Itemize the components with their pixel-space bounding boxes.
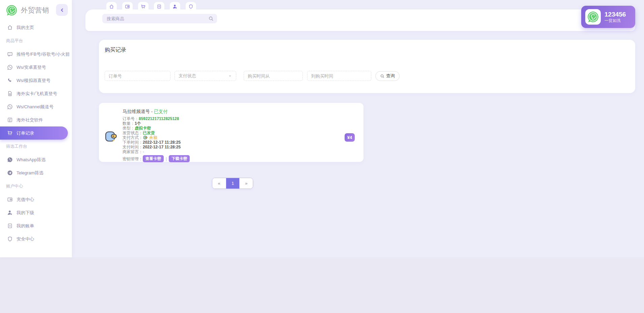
pagination-next-button[interactable]: » (239, 178, 253, 189)
search-icon (380, 74, 384, 78)
sidebar-section-title: 筛选工作台 (0, 140, 72, 153)
purchase-records-card: 购买记录 支付状态 查询 (99, 40, 635, 93)
sidebar-collapse-button[interactable] (56, 4, 68, 16)
time-from-input[interactable] (244, 71, 303, 81)
tab-person-star[interactable] (170, 2, 180, 11)
query-button-label: 查询 (386, 73, 395, 79)
tab-bill[interactable] (154, 2, 164, 11)
home-icon (109, 4, 114, 9)
detail-value: 2022-12-17 11:28:25 (143, 140, 181, 145)
order-title: 马拉维频道号 - 已支付 (123, 109, 190, 115)
sidebar-section-title: 商品平台 (0, 34, 72, 48)
tab-shield[interactable] (186, 2, 196, 11)
sidebar-item-home-0[interactable]: 我的主页 (0, 21, 72, 34)
sidebar-menu: 我的主页商品平台推特号/FB号/谷歌号/小火箭Ws/安卓直登号Ws/模拟器直登号… (0, 20, 72, 246)
search-icon[interactable] (208, 16, 214, 21)
sidebar-section-title: 账户中心 (0, 179, 72, 193)
key-management-row: 密钥管理： 查看卡密 | 下载卡密 (123, 155, 190, 162)
key-management-label: 密钥管理： (123, 156, 143, 161)
cart-icon (7, 130, 13, 136)
detail-value: 已发货 (143, 131, 155, 135)
quick-access-tabs (106, 2, 196, 11)
order-detail-row: 类型：虚拟卡密 (123, 126, 190, 131)
tab-cart[interactable] (138, 2, 149, 11)
product-thumbnail-wallet-icon (104, 130, 118, 143)
sidebar-item-label: 海外实卡/飞机直登号 (17, 91, 57, 97)
order-no-input[interactable] (105, 71, 170, 81)
order-detail-row: 支付时间：2022-12-17 11:28:25 (123, 145, 190, 149)
order-detail-row: 订单号：859221217112825128 (123, 116, 190, 121)
tab-home[interactable] (106, 2, 117, 11)
card-icon (7, 197, 13, 202)
sidebar-item-telegram-filled-11[interactable]: Telegram筛选 (0, 166, 72, 179)
avatar (585, 9, 601, 25)
tab-card[interactable] (122, 2, 133, 11)
detail-label: 订单号： (123, 116, 139, 121)
sidebar-item-sim-5[interactable]: 海外实卡/飞机直登号 (0, 87, 72, 100)
sidebar-item-shield-16[interactable]: 安全中心 (0, 232, 72, 246)
detail-label: 商家留言： (123, 149, 143, 154)
sim-icon (7, 91, 13, 96)
person-star-icon (172, 4, 178, 9)
query-button[interactable]: 查询 (375, 71, 400, 81)
sidebar-item-phone-4[interactable]: Ws/模拟器直登号 (0, 74, 72, 87)
sidebar-item-label: 我的下级 (17, 210, 34, 216)
pagination-page-1-button[interactable]: 1 (226, 178, 239, 189)
sidebar-item-label: 我的主页 (17, 25, 34, 31)
price-badge: ¥4 (345, 133, 355, 142)
app-root: 外贸营销 我的主页商品平台推特号/FB号/谷歌号/小火箭Ws/安卓直登号Ws/模… (0, 0, 644, 257)
product-name: 马拉维频道号 (123, 109, 150, 114)
sidebar-item-whatsapp-3[interactable]: Ws/安卓直登号 (0, 61, 72, 74)
sidebar-item-label: 海外社交软件 (17, 117, 43, 123)
sidebar-item-label: Telegram筛选 (17, 170, 43, 176)
detail-value: 859221217112825128 (139, 116, 179, 121)
person-star-icon (7, 210, 13, 216)
sidebar-item-label: WhatsApp筛选 (17, 157, 46, 163)
sidebar-item-label: Ws/模拟器直登号 (17, 78, 50, 84)
topbar (85, 9, 635, 31)
search-box (102, 14, 217, 23)
order-card: 马拉维频道号 - 已支付 订单号：859221217112825128数量：1个… (99, 103, 364, 162)
bill-icon (7, 223, 13, 229)
sidebar-item-whatsapp-6[interactable]: Ws/Channel频道号 (0, 100, 72, 113)
detail-value: 1个 (135, 121, 141, 126)
order-details: 马拉维频道号 - 已支付 订单号：859221217112825128数量：1个… (123, 109, 190, 162)
bill-icon (157, 4, 162, 9)
sidebar-item-card-13[interactable]: 充值中心 (0, 193, 72, 206)
whatsapp-icon (7, 64, 13, 70)
user-id: 123456 (605, 11, 626, 18)
pagination-prev-button[interactable]: « (212, 178, 226, 189)
key-button-separator: | (166, 156, 167, 161)
detail-label: 支付方式： (123, 135, 143, 140)
sidebar-item-whatsapp-filled-10[interactable]: WhatsApp筛选 (0, 153, 72, 166)
sidebar-item-person-star-14[interactable]: 我的下级 (0, 206, 72, 219)
sidebar-item-facebook-7[interactable]: 海外社交软件 (0, 113, 72, 126)
sidebar-item-cart-8[interactable]: 订单记录 (0, 126, 68, 140)
order-detail-rows: 订单号：859221217112825128数量：1个类型：虚拟卡密发货状态：已… (123, 116, 190, 154)
detail-label: 数量： (123, 121, 135, 126)
page-title: 购买记录 (105, 47, 126, 54)
wallet-mini-icon (143, 135, 148, 140)
order-detail-row: 发货状态：已发货 (123, 131, 190, 135)
time-to-input[interactable] (307, 71, 371, 81)
sidebar: 外贸营销 我的主页商品平台推特号/FB号/谷歌号/小火箭Ws/安卓直登号Ws/模… (0, 0, 72, 257)
caret-down-icon (228, 74, 232, 78)
sidebar-item-bill-15[interactable]: 我的账单 (0, 219, 72, 232)
home-icon (7, 25, 13, 30)
sidebar-item-label: Ws/安卓直登号 (17, 64, 46, 70)
detail-label: 类型： (123, 126, 135, 131)
sidebar-item-label: 充值中心 (17, 197, 34, 203)
search-input[interactable] (102, 14, 217, 23)
view-key-button[interactable]: 查看卡密 (143, 155, 164, 162)
order-pay-status: 已支付 (154, 109, 168, 114)
telegram-filled-icon (7, 170, 13, 176)
order-detail-row: 支付方式：余额 (123, 135, 190, 140)
chevron-left-icon (59, 7, 65, 13)
pay-status-select[interactable]: 支付状态 (175, 71, 236, 81)
shield-icon (188, 4, 193, 9)
download-key-button[interactable]: 下载卡密 (169, 155, 190, 162)
sidebar-item-chat-2[interactable]: 推特号/FB号/谷歌号/小火箭 (0, 48, 72, 61)
detail-value: 余额 (149, 135, 157, 140)
user-badge[interactable]: 123456 一贫如洗 (581, 6, 635, 28)
sidebar-item-label: 推特号/FB号/谷歌号/小火箭 (17, 51, 70, 57)
